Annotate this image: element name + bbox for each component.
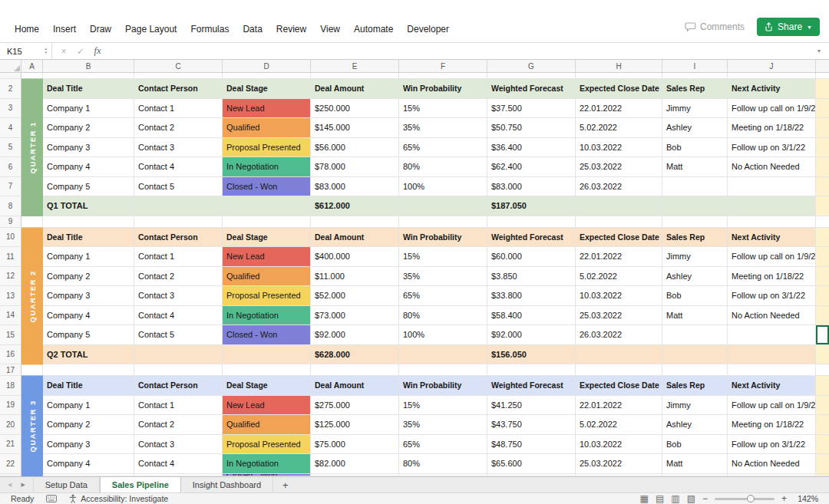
cell-e4[interactable]: $145.000 xyxy=(311,118,399,138)
cell-e7[interactable]: $83.000 xyxy=(311,177,399,197)
cell-b14[interactable]: Company 4 xyxy=(43,306,134,326)
normal-view-icon[interactable]: ▦ xyxy=(640,493,649,504)
cell-b11[interactable]: Company 1 xyxy=(43,247,134,267)
cell-i11[interactable]: Jimmy xyxy=(662,247,728,267)
cell-h9[interactable] xyxy=(576,216,662,228)
cell-b13[interactable]: Company 3 xyxy=(43,286,134,306)
cell-b5[interactable]: Company 3 xyxy=(43,138,134,158)
select-all-button[interactable] xyxy=(0,60,21,72)
row-header-12[interactable]: 12 xyxy=(0,267,21,287)
column-header-a[interactable]: A xyxy=(21,60,43,72)
column-header-i[interactable]: I xyxy=(662,60,728,72)
name-box[interactable]: K15 ▲▼ xyxy=(0,43,52,59)
cell-h11[interactable]: 22.01.2022 xyxy=(576,247,662,267)
cell-c7[interactable]: Contact 5 xyxy=(134,177,223,197)
cell-c3[interactable]: Contact 1 xyxy=(134,99,223,119)
cell-g5[interactable]: $36.400 xyxy=(487,138,576,158)
row-header-14[interactable]: 14 xyxy=(0,306,21,326)
cell-d23[interactable]: Closed - Won xyxy=(223,474,311,476)
column-header-k-partial[interactable] xyxy=(816,60,829,72)
row-header-9[interactable]: 9 xyxy=(0,216,21,228)
row-header-6[interactable]: 6 xyxy=(0,157,21,177)
header-cell-expected-close-date[interactable]: Expected Close Date xyxy=(576,79,662,99)
header-cell-deal-amount[interactable]: Deal Amount xyxy=(311,376,399,396)
cell-i6[interactable]: Matt xyxy=(662,157,728,177)
total-cell-h8[interactable] xyxy=(576,196,662,216)
cell-f21[interactable]: 65% xyxy=(399,435,487,455)
cell-f17[interactable] xyxy=(399,364,487,376)
cell-b7[interactable]: Company 5 xyxy=(43,177,134,197)
total-cell-g16[interactable]: $156.050 xyxy=(487,345,576,365)
cell-h1[interactable] xyxy=(576,73,662,79)
cell-e20[interactable]: $125.000 xyxy=(311,415,399,435)
header-cell-contact-person[interactable]: Contact Person xyxy=(134,228,223,248)
cell-k12[interactable] xyxy=(816,267,829,287)
cell-b20[interactable]: Company 2 xyxy=(43,415,134,435)
cell-h4[interactable]: 5.02.2022 xyxy=(576,118,662,138)
cell-h7[interactable]: 26.03.2022 xyxy=(576,177,662,197)
cell-j13[interactable]: Follow up on 3/1/22 xyxy=(728,286,816,306)
menu-tab-draw[interactable]: Draw xyxy=(83,21,118,38)
cell-k7[interactable] xyxy=(816,177,829,197)
sheet-tab-sales-pipeline[interactable]: Sales Pipeline xyxy=(100,477,181,492)
cell-k3[interactable] xyxy=(816,99,829,119)
cell-f11[interactable]: 15% xyxy=(399,247,487,267)
cell-d20[interactable]: Qualified xyxy=(223,415,311,435)
cell-c14[interactable]: Contact 4 xyxy=(134,306,223,326)
cell-g21[interactable]: $48.750 xyxy=(487,435,576,455)
cell-k22[interactable] xyxy=(816,454,829,474)
cancel-icon[interactable]: × xyxy=(55,46,72,57)
next-sheet-icon[interactable]: ▶ xyxy=(21,482,25,488)
cell-h23[interactable] xyxy=(576,474,662,476)
cell-j19[interactable]: Follow up call on 1/9/22 xyxy=(728,396,816,416)
row-header-21[interactable]: 21 xyxy=(0,435,21,455)
cell-k8[interactable] xyxy=(816,196,829,216)
insert-function-icon[interactable]: fx xyxy=(89,45,106,57)
cell-c19[interactable]: Contact 1 xyxy=(134,396,223,416)
header-cell-sales-rep[interactable]: Sales Rep xyxy=(662,228,728,248)
cell-f7[interactable]: 100% xyxy=(399,177,487,197)
cell-d22[interactable]: In Negotiation xyxy=(223,454,311,474)
row-header-7[interactable]: 7 xyxy=(0,177,21,197)
header-cell-contact-person[interactable]: Contact Person xyxy=(134,376,223,396)
row-header-5[interactable]: 5 xyxy=(0,138,21,158)
cell-i12[interactable]: Ashley xyxy=(662,267,728,287)
menu-tab-automate[interactable]: Automate xyxy=(347,21,400,38)
cell-e13[interactable]: $52.000 xyxy=(311,286,399,306)
cell-i21[interactable]: Bob xyxy=(662,435,728,455)
row-header-10[interactable]: 10 xyxy=(0,228,21,248)
total-cell-d16[interactable] xyxy=(223,345,311,365)
cell-g14[interactable]: $58.400 xyxy=(487,306,576,326)
row-header-16[interactable]: 16 xyxy=(0,345,21,365)
cell-e19[interactable]: $275.000 xyxy=(311,396,399,416)
cell-c9[interactable] xyxy=(134,216,223,228)
menu-tab-review[interactable]: Review xyxy=(269,21,313,38)
comments-button[interactable]: Comments xyxy=(685,21,745,32)
cell-i23[interactable] xyxy=(662,474,728,476)
accessibility-status[interactable]: Accessibility: Investigate xyxy=(69,494,168,503)
cell-b6[interactable]: Company 4 xyxy=(43,157,134,177)
total-cell-j8[interactable] xyxy=(728,196,816,216)
header-cell-deal-stage[interactable]: Deal Stage xyxy=(223,376,311,396)
cell-j9[interactable] xyxy=(728,216,816,228)
cell-f4[interactable]: 35% xyxy=(399,118,487,138)
zoom-slider-knob[interactable] xyxy=(747,495,755,502)
cell-k13[interactable] xyxy=(816,286,829,306)
cell-e21[interactable]: $75.000 xyxy=(311,435,399,455)
cell-d9[interactable] xyxy=(223,216,311,228)
row-header-15[interactable]: 15 xyxy=(0,325,21,345)
cell-d7[interactable]: Closed - Won xyxy=(223,177,311,197)
cell-j21[interactable]: Follow up on 3/1/22 xyxy=(728,435,816,455)
cell-j15[interactable] xyxy=(728,325,816,345)
header-cell-win-probability[interactable]: Win Probability xyxy=(399,376,487,396)
header-cell-deal-stage[interactable]: Deal Stage xyxy=(223,228,311,248)
cell-f12[interactable]: 35% xyxy=(399,267,487,287)
cell-b19[interactable]: Company 1 xyxy=(43,396,134,416)
total-cell-i8[interactable] xyxy=(662,196,728,216)
cell-e1[interactable] xyxy=(311,73,399,79)
total-cell-d8[interactable] xyxy=(223,196,311,216)
header-cell-deal-amount[interactable]: Deal Amount xyxy=(311,228,399,248)
cell-i4[interactable]: Ashley xyxy=(662,118,728,138)
cell-e3[interactable]: $250.000 xyxy=(311,99,399,119)
cell-i1[interactable] xyxy=(662,73,728,79)
